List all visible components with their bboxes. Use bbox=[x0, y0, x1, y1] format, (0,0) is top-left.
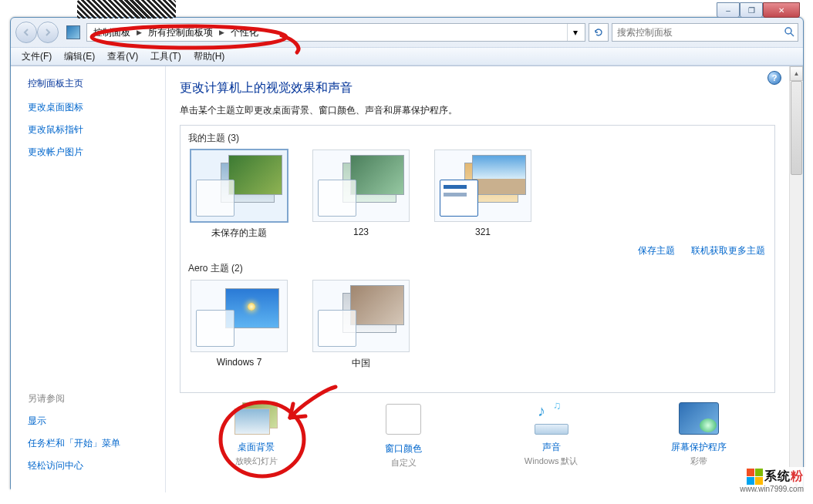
sidebar-see-also-heading: 另请参阅 bbox=[28, 392, 154, 405]
minimize-button[interactable]: – bbox=[717, 2, 740, 18]
sidebar-link-mouse-pointer[interactable]: 更改鼠标指针 bbox=[28, 123, 154, 136]
address-icon bbox=[66, 25, 80, 39]
sidebar-link-account-picture[interactable]: 更改帐户图片 bbox=[28, 146, 154, 159]
action-sublabel: 彩带 bbox=[633, 455, 764, 467]
scroll-track[interactable] bbox=[790, 81, 803, 478]
client-area: 控制面板主页 更改桌面图标 更改鼠标指针 更改帐户图片 另请参阅 显示 任务栏和… bbox=[11, 66, 803, 492]
breadcrumb-all-items[interactable]: 所有控制面板项 bbox=[143, 25, 218, 40]
address-dropdown-icon[interactable]: ▾ bbox=[567, 24, 583, 41]
search-box[interactable] bbox=[612, 23, 798, 42]
scroll-up-button[interactable]: ▲ bbox=[790, 66, 803, 81]
redaction-scribble bbox=[77, 0, 176, 18]
scroll-thumb[interactable] bbox=[791, 81, 802, 175]
vertical-scrollbar[interactable]: ▲ ▼ bbox=[789, 66, 803, 492]
actions-row: 桌面背景 放映幻灯片 窗口颜色 自定义 ♪♫ 声音 Windows 默认 bbox=[180, 402, 775, 469]
action-window-color[interactable]: 窗口颜色 自定义 bbox=[338, 402, 469, 469]
site-watermark: 系统粉 www.win7999.com bbox=[737, 467, 807, 495]
link-save-theme[interactable]: 保存主题 bbox=[638, 245, 675, 256]
action-screensaver[interactable]: 屏幕保护程序 彩带 bbox=[633, 402, 764, 469]
action-label: 桌面背景 bbox=[191, 441, 322, 454]
search-input[interactable] bbox=[616, 26, 784, 39]
menu-view[interactable]: 查看(V) bbox=[101, 49, 144, 65]
link-get-more-themes[interactable]: 联机获取更多主题 bbox=[691, 245, 765, 256]
search-icon[interactable] bbox=[784, 26, 794, 39]
watermark-url: www.win7999.com bbox=[740, 485, 804, 493]
refresh-button[interactable] bbox=[589, 23, 609, 42]
refresh-icon bbox=[593, 27, 604, 38]
theme-name: 321 bbox=[432, 227, 534, 237]
chevron-right-icon: ▶ bbox=[135, 29, 143, 36]
chevron-right-icon: ▶ bbox=[218, 29, 226, 36]
sidebar-home[interactable]: 控制面板主页 bbox=[28, 77, 154, 90]
page-subtitle: 单击某个主题立即更改桌面背景、窗口颜色、声音和屏幕保护程序。 bbox=[180, 104, 775, 117]
help-icon[interactable]: ? bbox=[767, 71, 781, 85]
theme-name: 123 bbox=[310, 227, 412, 237]
window-color-icon bbox=[382, 404, 425, 436]
sidebar: 控制面板主页 更改桌面图标 更改鼠标指针 更改帐户图片 另请参阅 显示 任务栏和… bbox=[11, 66, 166, 492]
breadcrumb-personalization[interactable]: 个性化 bbox=[226, 25, 263, 40]
maximize-button[interactable]: ❐ bbox=[740, 2, 763, 18]
sidebar-link-desktop-icons[interactable]: 更改桌面图标 bbox=[28, 101, 154, 114]
group-aero-label: Aero 主题 (2) bbox=[188, 262, 767, 275]
nav-row: 控制面板 ▶ 所有控制面板项 ▶ 个性化 ▾ bbox=[11, 18, 803, 47]
theme-item-321[interactable]: 321 bbox=[432, 150, 534, 240]
themes-scroll-area: 我的主题 (3) 未保存的主题 123 321 bbox=[180, 125, 775, 393]
theme-item-unsaved[interactable]: 未保存的主题 bbox=[188, 150, 290, 240]
breadcrumb-root[interactable]: 控制面板 bbox=[89, 25, 135, 40]
menu-help[interactable]: 帮助(H) bbox=[187, 49, 231, 65]
sound-icon: ♪♫ bbox=[530, 402, 573, 435]
svg-line-1 bbox=[791, 33, 794, 36]
theme-name: 中国 bbox=[310, 357, 412, 370]
action-label: 窗口颜色 bbox=[338, 442, 469, 455]
sidebar-link-taskbar[interactable]: 任务栏和「开始」菜单 bbox=[28, 437, 154, 450]
sidebar-link-display[interactable]: 显示 bbox=[28, 415, 154, 428]
svg-point-0 bbox=[785, 28, 791, 34]
action-label: 屏幕保护程序 bbox=[633, 441, 764, 454]
menu-bar: 文件(F) 编辑(E) 查看(V) 工具(T) 帮助(H) bbox=[11, 47, 803, 66]
window: – ❐ ✕ 控制面板 ▶ 所有控制面板项 ▶ 个性化 ▾ bbox=[10, 17, 804, 489]
menu-file[interactable]: 文件(F) bbox=[15, 49, 58, 65]
back-button[interactable] bbox=[15, 22, 37, 43]
screensaver-icon bbox=[677, 402, 720, 435]
menu-edit[interactable]: 编辑(E) bbox=[58, 49, 101, 65]
theme-name: 未保存的主题 bbox=[188, 227, 290, 240]
menu-tools[interactable]: 工具(T) bbox=[144, 49, 187, 65]
main-pane: ? 更改计算机上的视觉效果和声音 单击某个主题立即更改桌面背景、窗口颜色、声音和… bbox=[166, 66, 803, 492]
close-button[interactable]: ✕ bbox=[763, 2, 800, 18]
page-title: 更改计算机上的视觉效果和声音 bbox=[180, 80, 775, 96]
action-desktop-background[interactable]: 桌面背景 放映幻灯片 bbox=[191, 402, 322, 469]
action-sound[interactable]: ♪♫ 声音 Windows 默认 bbox=[486, 402, 617, 469]
theme-item-china[interactable]: 中国 bbox=[310, 280, 412, 370]
nav-buttons bbox=[15, 22, 59, 43]
theme-name: Windows 7 bbox=[188, 357, 290, 368]
sidebar-link-ease-of-access[interactable]: 轻松访问中心 bbox=[28, 459, 154, 472]
action-label: 声音 bbox=[486, 441, 617, 454]
desktop-background-icon bbox=[234, 402, 278, 435]
logo-icon bbox=[747, 469, 763, 485]
group-my-themes-label: 我的主题 (3) bbox=[188, 132, 767, 145]
theme-item-123[interactable]: 123 bbox=[310, 150, 412, 240]
action-sublabel: Windows 默认 bbox=[486, 455, 617, 467]
action-sublabel: 放映幻灯片 bbox=[191, 455, 322, 467]
address-bar[interactable]: 控制面板 ▶ 所有控制面板项 ▶ 个性化 ▾ bbox=[86, 23, 585, 42]
forward-button[interactable] bbox=[37, 22, 59, 43]
action-sublabel: 自定义 bbox=[338, 457, 469, 469]
theme-item-windows7[interactable]: Windows 7 bbox=[188, 280, 290, 370]
